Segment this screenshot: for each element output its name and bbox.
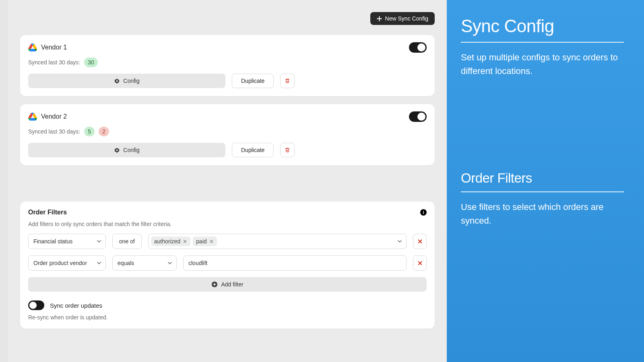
close-icon: ✕ xyxy=(417,238,423,245)
delete-button[interactable] xyxy=(280,143,295,157)
sync-order-updates-toggle[interactable] xyxy=(28,300,44,310)
chevron-down-icon xyxy=(167,261,172,265)
new-sync-config-button[interactable]: New Sync Config xyxy=(370,12,435,25)
chevron-down-icon xyxy=(397,239,402,244)
filter-text-input[interactable] xyxy=(183,255,407,271)
gear-icon xyxy=(114,147,120,153)
sync-order-updates-note: Re-sync when order is updated. xyxy=(28,314,427,321)
plus-icon xyxy=(377,16,382,21)
main-area: New Sync Config Vendor 1Synced last 30 d… xyxy=(8,0,447,362)
remove-filter-button[interactable]: ✕ xyxy=(413,234,427,249)
vendor-name: Vendor 2 xyxy=(41,113,67,120)
duplicate-button[interactable]: Duplicate xyxy=(232,74,274,88)
side-heading-1: Sync Config xyxy=(461,16,624,36)
filter-operator-select[interactable]: equals xyxy=(112,255,177,271)
tag-remove-icon[interactable]: ✕ xyxy=(183,239,187,245)
filter-operator-static: one of xyxy=(112,234,142,249)
side-panel: Sync Config Set up multiple configs to s… xyxy=(447,0,644,362)
chevron-down-icon xyxy=(97,239,101,244)
order-filters-title: Order Filters xyxy=(28,209,67,216)
sync-order-updates-label: Sync order updates xyxy=(50,302,102,309)
topbar: New Sync Config xyxy=(20,0,435,35)
filter-tag-input[interactable]: authorized✕paid✕ xyxy=(148,234,407,249)
side-heading-2: Order Filters xyxy=(461,171,624,186)
filter-tag[interactable]: paid✕ xyxy=(193,237,217,246)
filter-field-select[interactable]: Financial status xyxy=(28,234,106,249)
tag-remove-icon[interactable]: ✕ xyxy=(209,239,214,245)
config-label: Config xyxy=(123,147,139,153)
filter-tag[interactable]: authorized✕ xyxy=(151,237,190,246)
google-drive-icon xyxy=(28,113,37,121)
config-label: Config xyxy=(123,78,139,84)
remove-filter-button[interactable]: ✕ xyxy=(413,255,427,271)
google-drive-icon xyxy=(28,43,37,51)
filter-field-select[interactable]: Order product vendor xyxy=(28,255,106,271)
side-text-1: Set up multiple configs to sync orders t… xyxy=(461,51,624,78)
duplicate-label: Duplicate xyxy=(241,78,264,84)
add-filter-button[interactable]: Add filter xyxy=(28,277,427,292)
vendor-enable-toggle[interactable] xyxy=(409,42,427,53)
trash-icon xyxy=(285,78,290,84)
new-sync-config-label: New Sync Config xyxy=(385,15,428,22)
close-icon: ✕ xyxy=(417,259,423,267)
sync-count-badge: 2 xyxy=(99,127,109,136)
chevron-down-icon xyxy=(97,261,101,265)
order-filters-card: Order Filters i Add filters to only sync… xyxy=(20,202,435,329)
info-icon[interactable]: i xyxy=(420,209,427,216)
sync-count-badge: 30 xyxy=(84,58,98,67)
order-filters-desc: Add filters to only sync orders that mat… xyxy=(28,221,427,227)
plus-circle-icon xyxy=(211,281,218,288)
filter-row: Order product vendorequals✕ xyxy=(28,255,427,271)
add-filter-label: Add filter xyxy=(221,281,243,288)
duplicate-label: Duplicate xyxy=(241,147,264,153)
trash-icon xyxy=(285,147,290,153)
delete-button[interactable] xyxy=(280,74,295,88)
vendor-enable-toggle[interactable] xyxy=(409,111,427,122)
vendor-name: Vendor 1 xyxy=(41,44,67,51)
vendor-card: Vendor 1Synced last 30 days: 30ConfigDup… xyxy=(20,35,435,96)
config-button[interactable]: Config xyxy=(28,74,225,88)
duplicate-button[interactable]: Duplicate xyxy=(232,143,274,157)
side-rule-2 xyxy=(461,191,624,192)
vendor-card: Vendor 2Synced last 30 days: 5 2ConfigDu… xyxy=(20,104,435,165)
side-rule-1 xyxy=(461,42,624,43)
left-gutter xyxy=(0,0,8,362)
sync-count-badge: 5 xyxy=(84,127,95,136)
gear-icon xyxy=(114,78,120,84)
synced-label: Synced last 30 days: xyxy=(28,128,80,135)
synced-label: Synced last 30 days: xyxy=(28,59,80,66)
config-button[interactable]: Config xyxy=(28,143,225,157)
filter-row: Financial statusone ofauthorized✕paid✕✕ xyxy=(28,234,427,249)
side-text-2: Use filters to select which orders are s… xyxy=(461,200,624,228)
